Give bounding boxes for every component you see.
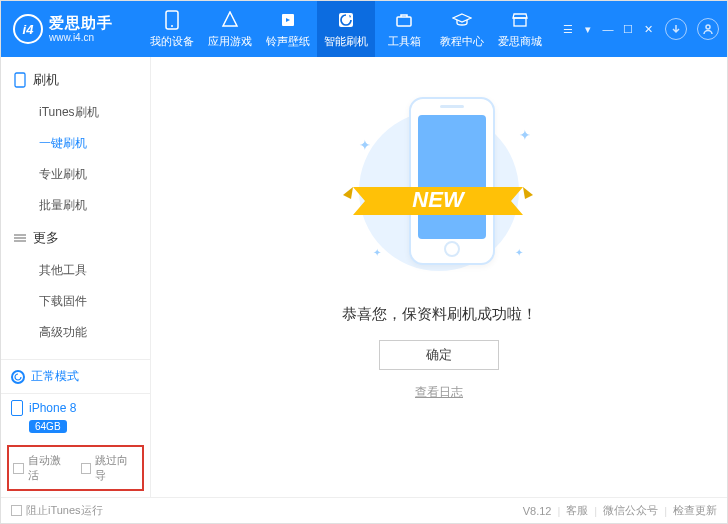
nav-flash[interactable]: 智能刷机 — [317, 1, 375, 57]
svg-rect-4 — [397, 17, 411, 26]
success-illustration: ✦ ✦ ✦ ✦ NEW — [329, 97, 549, 285]
brand: i4 爱思助手 www.i4.cn — [13, 14, 143, 44]
sidebar-section-more: 更多 — [1, 221, 150, 255]
nav-store[interactable]: 爱思商城 — [491, 1, 549, 57]
menu-icon[interactable]: ☰ — [561, 22, 575, 36]
sidebar-item-itunes-flash[interactable]: iTunes刷机 — [1, 97, 150, 128]
sidebar-item-download-firmware[interactable]: 下载固件 — [1, 286, 150, 317]
success-message: 恭喜您，保资料刷机成功啦！ — [342, 305, 537, 324]
brand-name: 爱思助手 — [49, 15, 113, 32]
highlighted-options: 自动激活 跳过向导 — [7, 445, 144, 491]
view-log-link[interactable]: 查看日志 — [415, 384, 463, 401]
title-bar: i4 爱思助手 www.i4.cn 我的设备 应用游戏 铃声壁纸 智能刷机 — [1, 1, 727, 57]
device-icon — [13, 73, 27, 87]
main-panel: ✦ ✦ ✦ ✦ NEW 恭喜您，保资料刷机成功啦！ 确定 查看日志 — [151, 57, 727, 497]
footer-link-update[interactable]: 检查更新 — [673, 503, 717, 518]
device-info[interactable]: iPhone 8 64GB — [1, 393, 150, 443]
checkbox-skip-guide[interactable]: 跳过向导 — [81, 453, 139, 483]
svg-rect-5 — [514, 18, 526, 26]
sidebar-item-batch-flash[interactable]: 批量刷机 — [1, 190, 150, 221]
status-bar: 阻止iTunes运行 V8.12 | 客服 | 微信公众号 | 检查更新 — [1, 497, 727, 523]
storage-badge: 64GB — [29, 420, 67, 433]
store-icon — [510, 10, 530, 30]
phone-icon — [409, 97, 495, 265]
mode-status[interactable]: 正常模式 — [1, 359, 150, 393]
ok-button[interactable]: 确定 — [379, 340, 499, 370]
footer-link-support[interactable]: 客服 — [566, 503, 588, 518]
checkbox-auto-activate[interactable]: 自动激活 — [13, 453, 71, 483]
download-button[interactable] — [665, 18, 687, 40]
ringtone-icon — [278, 10, 298, 30]
nav-tools[interactable]: 工具箱 — [375, 1, 433, 57]
nav-my-device[interactable]: 我的设备 — [143, 1, 201, 57]
footer-link-wechat[interactable]: 微信公众号 — [603, 503, 658, 518]
svg-point-6 — [706, 25, 710, 29]
nav-apps[interactable]: 应用游戏 — [201, 1, 259, 57]
device-name: iPhone 8 — [29, 401, 76, 415]
version-label: V8.12 — [523, 505, 552, 517]
sidebar: 刷机 iTunes刷机 一键刷机 专业刷机 批量刷机 更多 其他工具 下载固件 … — [1, 57, 151, 497]
checkbox-block-itunes[interactable]: 阻止iTunes运行 — [11, 503, 103, 518]
nav-tutorial[interactable]: 教程中心 — [433, 1, 491, 57]
sidebar-item-oneclick-flash[interactable]: 一键刷机 — [1, 128, 150, 159]
phone-icon — [11, 400, 23, 416]
apps-icon — [220, 10, 240, 30]
sidebar-item-other-tools[interactable]: 其他工具 — [1, 255, 150, 286]
maximize-icon[interactable]: ☐ — [621, 22, 635, 36]
svg-rect-7 — [15, 73, 25, 87]
tutorial-icon — [452, 10, 472, 30]
close-icon[interactable]: ✕ — [641, 22, 655, 36]
refresh-icon — [11, 370, 25, 384]
hide-icon[interactable]: ▾ — [581, 22, 595, 36]
nav-ringtone[interactable]: 铃声壁纸 — [259, 1, 317, 57]
minimize-icon[interactable]: — — [601, 22, 615, 36]
window-controls: ☰ ▾ — ☐ ✕ — [561, 18, 719, 40]
top-nav: 我的设备 应用游戏 铃声壁纸 智能刷机 工具箱 教程中心 — [143, 1, 549, 57]
sidebar-item-advanced[interactable]: 高级功能 — [1, 317, 150, 348]
user-button[interactable] — [697, 18, 719, 40]
more-icon — [13, 231, 27, 245]
toolbox-icon — [394, 10, 414, 30]
brand-url: www.i4.cn — [49, 32, 113, 43]
brand-logo-icon: i4 — [13, 14, 43, 44]
sidebar-item-pro-flash[interactable]: 专业刷机 — [1, 159, 150, 190]
svg-point-1 — [171, 25, 173, 27]
device-icon — [162, 10, 182, 30]
flash-icon — [336, 10, 356, 30]
sidebar-section-flash: 刷机 — [1, 63, 150, 97]
